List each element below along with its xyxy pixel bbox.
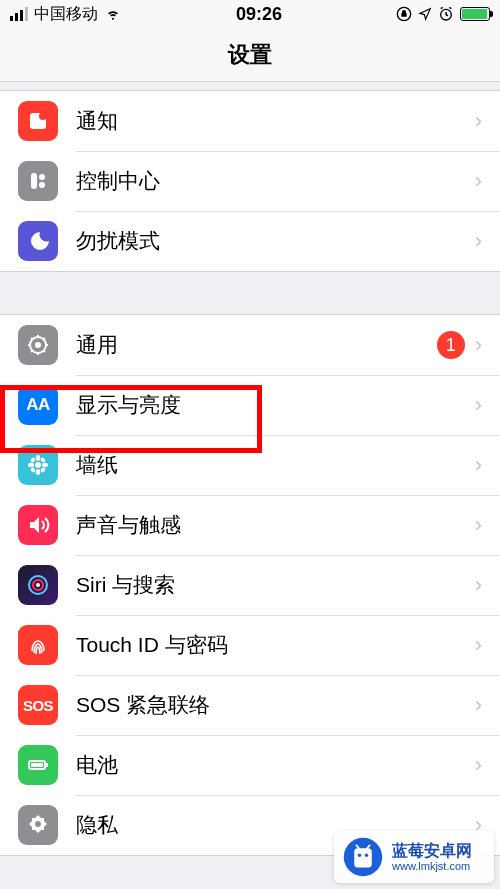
svg-point-8 (35, 342, 41, 348)
control-center-icon (18, 161, 58, 201)
chevron-right-icon: › (475, 692, 482, 718)
svg-point-25 (40, 467, 46, 473)
chevron-right-icon: › (475, 452, 482, 478)
settings-group-1: 通知 › 控制中心 › 勿扰模式 › (0, 90, 500, 272)
settings-group-2: 通用 1 › AA 显示与亮度 › 墙纸 › 声音与触感 › (0, 314, 500, 856)
chevron-right-icon: › (475, 332, 482, 358)
chevron-right-icon: › (475, 572, 482, 598)
row-sos[interactable]: SOS SOS 紧急联络 › (0, 675, 500, 735)
page-title: 设置 (228, 40, 272, 70)
location-icon (418, 7, 432, 21)
touchid-icon (18, 625, 58, 665)
row-label: 电池 (76, 751, 465, 779)
watermark: 蓝莓安卓网 www.lmkjst.com (334, 831, 494, 883)
svg-point-21 (42, 463, 48, 467)
row-dnd[interactable]: 勿扰模式 › (0, 211, 500, 271)
svg-rect-4 (31, 173, 37, 189)
row-label: 勿扰模式 (76, 227, 465, 255)
row-touchid[interactable]: Touch ID 与密码 › (0, 615, 500, 675)
display-icon: AA (18, 385, 58, 425)
notifications-icon (18, 101, 58, 141)
row-general[interactable]: 通用 1 › (0, 315, 500, 375)
svg-point-22 (30, 457, 36, 463)
sos-icon: SOS (18, 685, 58, 725)
row-label: 控制中心 (76, 167, 465, 195)
svg-point-38 (358, 854, 362, 858)
svg-rect-37 (354, 848, 372, 867)
svg-point-39 (365, 854, 369, 858)
row-display[interactable]: AA 显示与亮度 › (0, 375, 500, 435)
svg-point-20 (28, 463, 34, 467)
row-label: 通用 (76, 331, 437, 359)
wallpaper-icon (18, 445, 58, 485)
battery-row-icon (18, 745, 58, 785)
watermark-url: www.lmkjst.com (392, 860, 472, 872)
svg-point-24 (30, 467, 36, 473)
privacy-icon (18, 805, 58, 845)
svg-point-19 (36, 469, 40, 475)
svg-rect-30 (46, 763, 48, 767)
row-control-center[interactable]: 控制中心 › (0, 151, 500, 211)
chevron-right-icon: › (475, 752, 482, 778)
signal-icon (10, 7, 28, 21)
svg-line-14 (43, 350, 45, 352)
svg-point-23 (40, 457, 46, 463)
sos-text-icon: SOS (23, 697, 53, 714)
display-aa-icon: AA (26, 395, 50, 415)
row-sound[interactable]: 声音与触感 › (0, 495, 500, 555)
battery-icon (460, 7, 490, 21)
wifi-icon (104, 7, 122, 21)
chevron-right-icon: › (475, 228, 482, 254)
chevron-right-icon: › (475, 632, 482, 658)
status-time: 09:26 (236, 4, 282, 25)
row-label: 显示与亮度 (76, 391, 465, 419)
watermark-title: 蓝莓安卓网 (392, 842, 472, 860)
svg-point-18 (36, 455, 40, 461)
row-label: SOS 紧急联络 (76, 691, 465, 719)
svg-point-17 (35, 462, 41, 468)
row-notifications[interactable]: 通知 › (0, 91, 500, 151)
svg-rect-31 (31, 763, 43, 767)
status-left: 中国移动 (10, 4, 122, 25)
row-wallpaper[interactable]: 墙纸 › (0, 435, 500, 495)
row-siri[interactable]: Siri 与搜索 › (0, 555, 500, 615)
siri-icon (18, 565, 58, 605)
chevron-right-icon: › (475, 392, 482, 418)
svg-point-28 (36, 583, 40, 587)
chevron-right-icon: › (475, 108, 482, 134)
chevron-right-icon: › (475, 168, 482, 194)
svg-line-15 (31, 350, 33, 352)
svg-point-32 (35, 821, 41, 827)
badge: 1 (437, 331, 465, 359)
sound-icon (18, 505, 58, 545)
nav-bar: 设置 (0, 28, 500, 82)
svg-point-5 (39, 174, 45, 180)
svg-point-6 (39, 182, 45, 188)
row-label: 声音与触感 (76, 511, 465, 539)
dnd-icon (18, 221, 58, 261)
lock-orientation-icon (396, 6, 412, 22)
svg-point-3 (39, 112, 47, 120)
row-label: Touch ID 与密码 (76, 631, 465, 659)
general-icon (18, 325, 58, 365)
row-label: Siri 与搜索 (76, 571, 465, 599)
row-battery[interactable]: 电池 › (0, 735, 500, 795)
watermark-logo-icon (342, 836, 384, 878)
status-right (396, 6, 490, 22)
svg-line-16 (43, 338, 45, 340)
alarm-icon (438, 6, 454, 22)
chevron-right-icon: › (475, 512, 482, 538)
svg-line-13 (31, 338, 33, 340)
row-label: 通知 (76, 107, 465, 135)
status-bar: 中国移动 09:26 (0, 0, 500, 28)
carrier-label: 中国移动 (34, 4, 98, 25)
row-label: 墙纸 (76, 451, 465, 479)
